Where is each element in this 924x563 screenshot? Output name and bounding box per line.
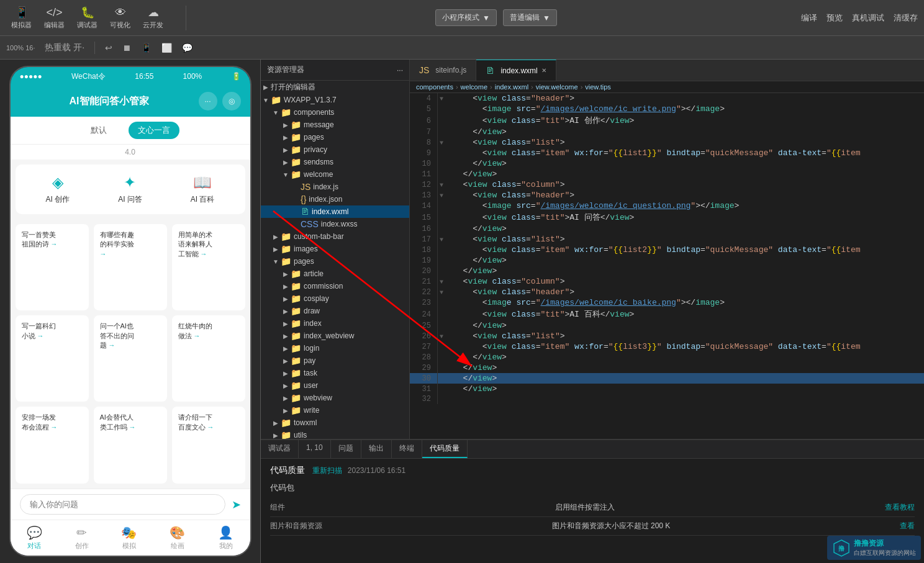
- quick-item-8[interactable]: 请介绍一下百度文心 →: [172, 407, 245, 484]
- folder-cosplay[interactable]: ▶ 📁 cosplay: [261, 292, 409, 305]
- editor-btn[interactable]: </> 编辑器: [39, 4, 70, 32]
- compile-btn[interactable]: 编译: [801, 12, 817, 24]
- file-index-wxss[interactable]: CSS index.wxss: [261, 218, 409, 230]
- folder-pages-outer[interactable]: ▼ 📁 pages: [261, 255, 409, 268]
- folder-article[interactable]: ▶ 📁 article: [261, 268, 409, 280]
- simulator-btn[interactable]: 📱 模拟器: [6, 3, 37, 32]
- phone-input[interactable]: [20, 494, 225, 515]
- folder-sendsms[interactable]: ▶ 📁 sendsms: [261, 156, 409, 168]
- folder-write[interactable]: ▶ 📁 write: [261, 404, 409, 417]
- bottom-tab-pos[interactable]: 1, 10: [299, 440, 331, 458]
- rescan-btn[interactable]: 重新扫描: [312, 466, 342, 475]
- folder-images[interactable]: ▶ 📁 images: [261, 243, 409, 255]
- root-folder[interactable]: ▼ 📁 WXAPP_V1.3.7: [261, 94, 409, 106]
- bottom-tab-debugger-label: 调试器: [268, 444, 291, 453]
- tab-siteinfo-icon: JS: [419, 65, 429, 75]
- bottom-tab-output[interactable]: 输出: [361, 440, 392, 458]
- breadcrumb-welcome[interactable]: welcome: [461, 83, 487, 91]
- phone-send-btn[interactable]: ➤: [232, 498, 241, 511]
- edit-mode-dropdown[interactable]: 普通编辑 ▼: [503, 9, 557, 26]
- code-line-11: 11 </view>: [410, 169, 924, 179]
- folder-sendsms-icon: 📁: [291, 157, 301, 167]
- bottom-tab-debugger[interactable]: 调试器: [261, 440, 299, 458]
- folder-pages-inner[interactable]: ▶ 📁 pages: [261, 131, 409, 143]
- chat-btn[interactable]: 💬: [179, 42, 196, 54]
- grid-item-qa[interactable]: ✦ AI 问答: [97, 174, 163, 205]
- open-editors-section[interactable]: ▶ 打开的编辑器: [261, 81, 409, 94]
- mode-dropdown[interactable]: 小程序模式 ▼: [435, 9, 497, 26]
- nav-draw[interactable]: 🎨 绘画: [170, 525, 185, 551]
- folder-task[interactable]: ▶ 📁 task: [261, 367, 409, 379]
- phone-content: 默认 文心一言 4.0 ◈ AI 创作 ✦ AI 问答: [11, 117, 250, 556]
- folder-message-icon: 📁: [291, 120, 301, 130]
- folder-pay[interactable]: ▶ 📁 pay: [261, 354, 409, 367]
- cloud-btn[interactable]: ☁ 云开发: [138, 3, 168, 32]
- tab-wenxin[interactable]: 文心一言: [129, 122, 179, 139]
- explorer-menu-icon[interactable]: ···: [397, 66, 403, 74]
- breadcrumb-view-welcome[interactable]: view.welcome: [536, 83, 578, 91]
- grid-item-create[interactable]: ◈ AI 创作: [25, 174, 91, 205]
- folder-draw[interactable]: ▶ 📁 draw: [261, 305, 409, 317]
- code-editor[interactable]: 4 ▼ <view class="header"> 5 <image src="…: [410, 93, 924, 439]
- pkg-link-component[interactable]: 查看教程: [885, 502, 915, 513]
- debugger-btn[interactable]: 🐛 调试器: [72, 3, 102, 32]
- folder-commission[interactable]: ▶ 📁 commission: [261, 280, 409, 292]
- folder-webview[interactable]: ▶ 📁 webview: [261, 392, 409, 404]
- bottom-tab-terminal[interactable]: 终端: [392, 440, 422, 458]
- folder-message[interactable]: ▶ 📁 message: [261, 119, 409, 131]
- explorer-header: 资源管理器 ···: [261, 60, 409, 81]
- tab-siteinfo[interactable]: JS siteinfo.js: [410, 60, 476, 81]
- stop-btn[interactable]: ⏹: [119, 42, 134, 54]
- folder-utils[interactable]: ▶ 📁 utils: [261, 429, 409, 439]
- folder-pay-icon: 📁: [291, 356, 301, 366]
- edit-mode-arrow: ▼: [543, 14, 550, 22]
- breadcrumb-wxml-file[interactable]: index.wxml: [495, 83, 528, 91]
- folder-index[interactable]: ▶ 📁 index: [261, 317, 409, 330]
- folder-privacy[interactable]: ▶ 📁 privacy: [261, 143, 409, 156]
- nav-mine[interactable]: 👤 我的: [218, 525, 233, 551]
- quick-item-1[interactable]: 有哪些有趣的科学实验→: [94, 224, 167, 310]
- folder-towxml[interactable]: ▶ 📁 towxml: [261, 417, 409, 429]
- window-btn[interactable]: ⬜: [158, 42, 175, 54]
- quick-item-7[interactable]: AI会替代人类工作吗 →: [94, 407, 167, 484]
- folder-login[interactable]: ▶ 📁 login: [261, 342, 409, 354]
- real-debug-btn[interactable]: 真机调试: [852, 12, 884, 24]
- file-index-json[interactable]: {} index.json: [261, 193, 409, 205]
- nav-create[interactable]: ✏ 创作: [75, 525, 89, 551]
- quick-item-0[interactable]: 写一首赞美祖国的诗 →: [16, 224, 89, 310]
- folder-components[interactable]: ▼ 📁 components: [261, 106, 409, 119]
- folder-welcome-label: welcome: [304, 170, 409, 179]
- phone-btn[interactable]: 📱: [138, 42, 155, 54]
- quick-item-5[interactable]: 红烧牛肉的做法 →: [172, 315, 245, 402]
- phone-camera-icon[interactable]: ◎: [222, 92, 241, 110]
- folder-user[interactable]: ▶ 📁 user: [261, 379, 409, 392]
- quick-item-4[interactable]: 问一个AI也答不出的问题 →: [94, 315, 167, 402]
- breadcrumb-components[interactable]: components: [416, 83, 453, 91]
- pkg-link-media[interactable]: 查看: [900, 521, 915, 531]
- tab-default[interactable]: 默认: [81, 122, 116, 139]
- file-index-wxml[interactable]: 🖹 index.wxml: [261, 205, 409, 218]
- folder-custom-tab-bar[interactable]: ▶ 📁 custom-tab-bar: [261, 230, 409, 243]
- bottom-tab-problems[interactable]: 问题: [331, 440, 361, 458]
- grid-item-baike[interactable]: 📖 AI 百科: [170, 174, 236, 205]
- breadcrumb-view-tips[interactable]: view.tips: [585, 83, 611, 91]
- file-index-js[interactable]: JS index.js: [261, 181, 409, 193]
- tab-index-wxml[interactable]: 🖹 index.wxml ✕: [476, 60, 556, 81]
- hot-reload-btn[interactable]: 热重载 开·: [42, 41, 88, 55]
- clear-cache-btn[interactable]: 清缓存: [894, 12, 918, 24]
- phone-menu-icon[interactable]: ···: [199, 92, 217, 110]
- edit-mode-label: 普通编辑: [510, 12, 540, 23]
- nav-simulate[interactable]: 🎭 模拟: [121, 525, 137, 551]
- undo-btn[interactable]: ↩: [102, 42, 116, 54]
- folder-welcome[interactable]: ▼ 📁 welcome: [261, 168, 409, 181]
- quick-item-3[interactable]: 写一篇科幻小说 →: [16, 315, 89, 402]
- preview-btn[interactable]: 预览: [827, 12, 843, 24]
- folder-index-webview[interactable]: ▶ 📁 index_webview: [261, 330, 409, 342]
- nav-chat[interactable]: 💬 对话: [27, 525, 42, 551]
- visualize-btn[interactable]: 👁 可视化: [105, 4, 135, 32]
- bottom-tab-code-quality[interactable]: 代码质量: [422, 440, 468, 458]
- quick-item-6[interactable]: 安排一场发布会流程 →: [16, 407, 89, 484]
- tab-close-btn[interactable]: ✕: [541, 67, 546, 74]
- quick-item-2[interactable]: 用简单的术语来解释人工智能 →: [172, 224, 245, 310]
- folder-message-label: message: [304, 120, 409, 129]
